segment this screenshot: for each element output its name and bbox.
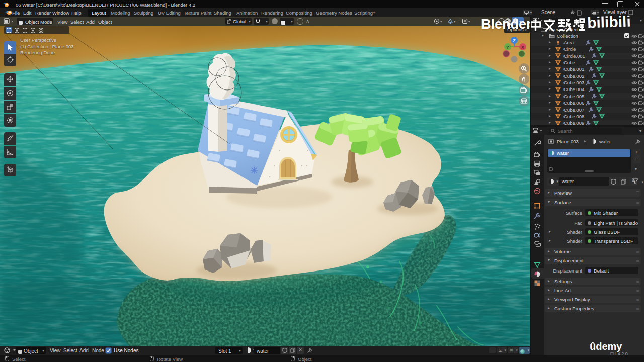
svg-text:Z: Z bbox=[513, 38, 516, 43]
svg-text:X: X bbox=[521, 45, 524, 50]
svg-text:Y: Y bbox=[506, 45, 509, 50]
